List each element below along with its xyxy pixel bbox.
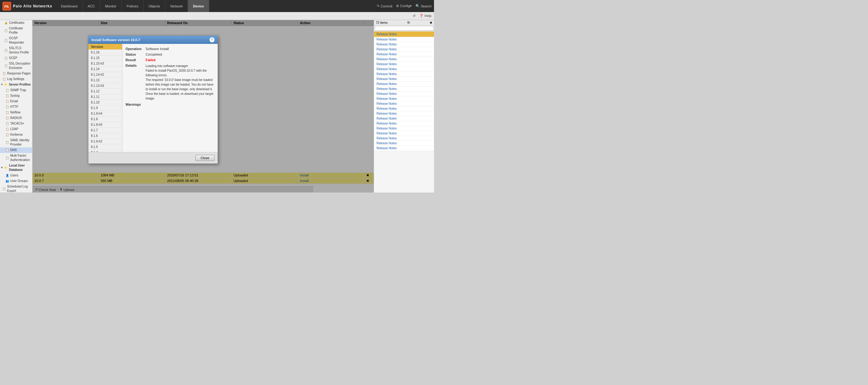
list-item[interactable]: Release Notes [374,57,434,62]
tab-acc[interactable]: ACC [83,0,100,12]
search-action[interactable]: 🔍 Search [415,4,432,8]
copy-icon[interactable]: ⧉ [407,21,410,24]
status-row: Status Completed [125,53,215,56]
list-item[interactable]: Release Notes [374,96,434,101]
version-item[interactable]: 8.1.9 [88,105,122,111]
nav-tabs: Dashboard ACC Monitor Policies Objects N… [56,0,209,12]
ssl-decrypt-icon: 📋 [4,64,8,68]
close-panel-icon[interactable]: ✖ [430,21,432,24]
sidebar-item-users[interactable]: 👤 Users [0,173,32,178]
version-item[interactable]: 8.1.14 [88,66,122,72]
version-item[interactable]: 8.1.16 [88,50,122,55]
list-item[interactable]: Release Notes [374,92,434,96]
list-item[interactable]: Release Notes [374,67,434,72]
version-list: Version 8.1.16 8.1.15 8.1.15-h3 8.1.14 8… [88,44,122,152]
version-item[interactable]: 8.1.13-h3 [88,83,122,89]
version-item[interactable]: 8.1.8 [88,117,122,122]
tab-dashboard[interactable]: Dashboard [56,0,83,12]
radius-icon: 📋 [5,116,9,120]
operation-label: Operation [125,47,146,51]
version-item[interactable]: 8.1.15 [88,55,122,61]
list-item[interactable]: Release Notes [374,52,434,57]
list-item[interactable]: Release Notes [374,121,434,126]
tab-policies[interactable]: Policies [122,0,144,12]
sidebar-item-scheduled-log-export[interactable]: 📋 Scheduled Log Export [0,184,32,193]
version-item[interactable]: 8.1.13 [88,77,122,83]
version-item[interactable]: 8.1.10 [88,100,122,105]
version-item[interactable]: 8.1.7 [88,128,122,133]
sidebar-item-ldap[interactable]: 📋 LDAP [0,126,32,132]
list-item[interactable]: Release Notes [374,82,434,87]
version-item[interactable]: 8.1.8-h5 [88,122,122,128]
tab-monitor[interactable]: Monitor [100,0,122,12]
modal-help-icon[interactable]: ? [210,37,215,42]
sidebar-item-ocsp-responder[interactable]: 📋 OCSP Responder [0,35,32,45]
logo-icon: PA [2,2,11,10]
cert-profile-icon: 📋 [4,28,8,33]
list-item[interactable]: Release Notes [374,146,434,151]
release-notes-highlighted[interactable]: Release Notes [374,32,434,37]
version-item[interactable]: 8.1.12 [88,89,122,94]
sidebar-item-saml[interactable]: 📋 SAML Identity Provider [0,137,32,148]
config-action[interactable]: ⚙ Config▾ [396,4,412,8]
sidebar-item-ssl-tls[interactable]: 📋 SSL/TLS Service Profile [0,45,32,55]
list-item[interactable]: Release Notes [374,116,434,121]
refresh-icon[interactable]: ↺ [413,14,415,18]
sidebar-item-user-groups[interactable]: 👥 User Groups [0,178,32,184]
list-item[interactable]: Release Notes [374,72,434,76]
modal-overlay: Install Software version 10.0.7 ? Versio… [32,20,374,193]
version-item[interactable]: 8.1.6 [88,133,122,139]
list-item[interactable]: Release Notes [374,42,434,47]
close-button[interactable]: Close [195,155,215,161]
operation-value: Software Install [146,47,169,51]
sidebar-item-http[interactable]: 📋 HTTP [0,104,32,110]
list-item[interactable]: Release Notes [374,131,434,136]
sidebar-item-syslog[interactable]: 📋 Syslog [0,93,32,99]
sidebar-item-server-profiles[interactable]: ▼ 📁 Server Profiles [0,82,32,88]
sidebar-item-certificates[interactable]: 🔒 Certificates [0,20,32,26]
list-item[interactable]: Release Notes [374,141,434,146]
list-item[interactable]: Release Notes [374,62,434,67]
result-label: Result [125,58,146,62]
sidebar-item-scep[interactable]: 📋 SCEP [0,55,32,61]
list-item[interactable]: Release Notes [374,87,434,92]
commit-action[interactable]: ✎ Commit [377,4,392,8]
sidebar-item-dns[interactable]: 📋 DNS [0,148,32,153]
help-link[interactable]: ❓ Help [419,14,432,18]
list-item[interactable]: Release Notes [374,106,434,111]
sidebar-item-local-user-database[interactable]: ▼ 📁 Local User Database [0,163,32,173]
tab-device[interactable]: Device [188,0,209,12]
status-value: Completed [146,53,162,56]
sidebar-item-ssl-decryption[interactable]: 📋 SSL Decryption Exclusion [0,61,32,71]
sidebar-item-certificate-profile[interactable]: 📋 Certificate Profile [0,26,32,35]
version-item[interactable]: 8.1.9-h4 [88,111,122,117]
tab-network[interactable]: Network [165,0,188,12]
version-item[interactable]: 8.1.6-h2 [88,139,122,144]
sidebar-item-email[interactable]: 📋 Email [0,99,32,104]
sidebar-item-kerberos[interactable]: 📋 Kerberos [0,132,32,137]
sidebar-item-mfa[interactable]: 📋 Multi Factor Authentication [0,153,32,163]
release-notes-list: Release Notes Release Notes Release Note… [374,37,434,193]
panel-search-input[interactable] [375,26,433,31]
list-item[interactable]: Release Notes [374,126,434,131]
result-value: Failed [146,58,155,62]
sidebar-item-radius[interactable]: 📋 RADIUS [0,115,32,121]
sidebar-item-netflow[interactable]: 📋 Netflow [0,110,32,115]
list-item[interactable]: Release Notes [374,47,434,52]
version-item[interactable]: 8.1.14-h2 [88,72,122,77]
version-item[interactable]: 8.1.15-h3 [88,61,122,66]
version-item[interactable]: 8.1.5 [88,144,122,150]
sidebar-item-snmp-trap[interactable]: 📋 SNMP Trap [0,88,32,93]
top-nav-bar: PA Palo Alto Networks Dashboard ACC Moni… [0,0,434,12]
sidebar-item-tacacs[interactable]: 📋 TACACS+ [0,121,32,126]
tab-objects[interactable]: Objects [144,0,165,12]
list-item[interactable]: Release Notes [374,136,434,141]
version-item[interactable]: 8.1.11 [88,94,122,100]
sidebar-item-response-pages[interactable]: 📋 Response Pages [0,71,32,76]
list-item[interactable]: Release Notes [374,37,434,42]
list-item[interactable]: Release Notes [374,111,434,116]
list-item[interactable]: Release Notes [374,76,434,82]
list-item[interactable]: Release Notes [374,101,434,106]
version-item[interactable]: 8.1.4 [88,150,122,152]
sidebar-item-log-settings[interactable]: 📋 Log Settings [0,76,32,82]
